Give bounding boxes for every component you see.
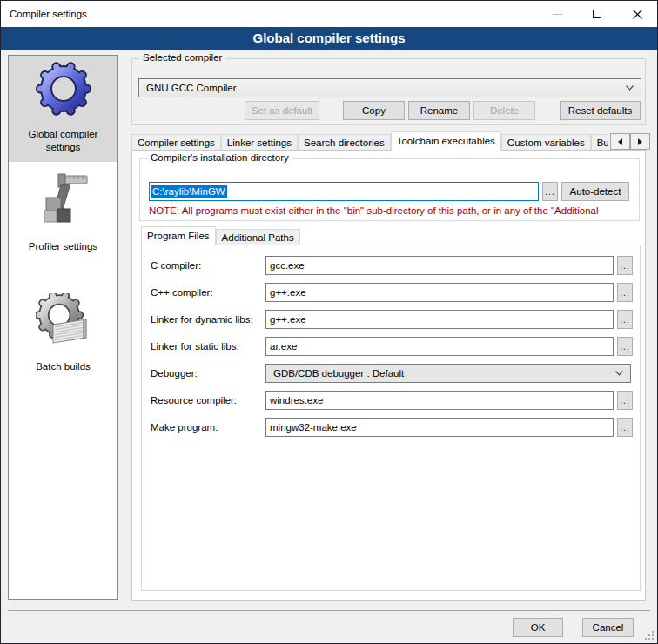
install-dir-browse-button[interactable]: ... (542, 182, 558, 201)
installation-directory-legend: Compiler's installation directory (147, 152, 292, 163)
reset-defaults-button[interactable]: Reset defaults (560, 101, 641, 120)
browse-button[interactable]: ... (617, 283, 633, 302)
browse-button[interactable]: ... (617, 418, 633, 437)
install-dir-input[interactable]: C:\raylib\MinGW (149, 182, 539, 201)
field-label: Make program: (151, 422, 265, 433)
close-button[interactable] (617, 1, 657, 27)
tab-toolchain-executables[interactable]: Toolchain executables (391, 131, 501, 151)
program-files-tab-strip: Program FilesAdditional Paths (141, 226, 628, 245)
field-label: Debugger: (151, 368, 265, 379)
settings-category-list: Global compiler settings Profiler settin… (8, 55, 118, 600)
browse-button[interactable]: ... (617, 310, 633, 329)
field-row-debugger: Debugger:GDB/CDB debugger : Default (151, 364, 640, 383)
compiler-settings-window: Compiler settings Global compiler settin… (0, 0, 658, 644)
settings-tab-strip: Compiler settingsLinker settingsSearch d… (131, 131, 608, 151)
field-row-linker-for-dynamic-libs: Linker for dynamic libs:g++.exe... (151, 310, 640, 329)
program-files-page: C compiler:gcc.exe...C++ compiler:g++.ex… (141, 245, 641, 591)
title-bar: Compiler settings (1, 1, 657, 27)
left-arrow-icon (618, 138, 622, 145)
right-arrow-icon (638, 138, 642, 145)
sidebar-item-label: Batch builds (11, 360, 115, 373)
gear-papers-icon (36, 293, 91, 349)
delete-button: Delete (473, 101, 535, 120)
field-row-make-program: Make program:mingw32-make.exe... (151, 418, 640, 437)
chevron-down-icon (626, 85, 634, 91)
tab-scrollers (610, 133, 650, 150)
toolchain-executables-page: Compiler's installation directory C:\ray… (131, 150, 646, 601)
dropdown-value: GDB/CDB debugger : Default (273, 368, 404, 379)
field-row-resource-compiler: Resource compiler:windres.exe... (151, 391, 640, 410)
c-compiler-input[interactable]: gcc.exe (265, 256, 614, 275)
maximize-button[interactable] (577, 1, 617, 27)
linker-for-static-libs-input[interactable]: ar.exe (265, 337, 614, 356)
input-value: mingw32-make.exe (270, 422, 357, 433)
dialog-header: Global compiler settings (1, 27, 657, 50)
compiler-actions: Set as defaultCopyRenameDeleteReset defa… (245, 101, 641, 120)
subtab-additional-paths[interactable]: Additional Paths (216, 229, 300, 245)
dialog-header-title: Global compiler settings (252, 30, 405, 45)
input-value: g++.exe (270, 314, 306, 325)
field-label: Resource compiler: (151, 395, 265, 406)
debugger-dropdown[interactable]: GDB/CDB debugger : Default (265, 364, 631, 383)
caliper-icon (36, 173, 91, 229)
bin-subdirectory-note: NOTE: All programs must exist either in … (149, 205, 637, 216)
auto-detect-button[interactable]: Auto-detect (561, 182, 629, 201)
copy-button[interactable]: Copy (343, 101, 405, 120)
input-value: ar.exe (270, 341, 297, 352)
footer-divider (8, 610, 650, 611)
selected-compiler-dropdown[interactable]: GNU GCC Compiler (138, 78, 641, 97)
field-label: Linker for dynamic libs: (151, 314, 265, 325)
installation-directory-group: Compiler's installation directory C:\ray… (139, 158, 640, 221)
browse-button[interactable]: ... (617, 391, 633, 410)
minimize-icon (553, 14, 562, 15)
install-dir-selected-text: C:\raylib\MinGW (151, 185, 227, 198)
set-as-default-button: Set as default (245, 101, 319, 120)
field-row-linker-for-static-libs: Linker for static libs:ar.exe... (151, 337, 640, 356)
make-program-input[interactable]: mingw32-make.exe (265, 418, 614, 437)
rename-button[interactable]: Rename (408, 101, 470, 120)
maximize-icon (593, 10, 601, 18)
sidebar-item-batch-builds[interactable]: Batch builds (9, 282, 118, 402)
cancel-button[interactable]: Cancel (582, 618, 634, 637)
field-label: C compiler: (151, 260, 265, 271)
minimize-button[interactable] (537, 1, 577, 27)
input-value: windres.exe (270, 395, 323, 406)
sidebar-item-label: Profiler settings (11, 240, 115, 253)
resize-grip-icon[interactable] (652, 638, 654, 640)
field-label: Linker for static libs: (151, 341, 265, 352)
tab-scroll-right-button[interactable] (630, 133, 650, 150)
tab-compiler-settings[interactable]: Compiler settings (131, 134, 221, 151)
browse-button[interactable]: ... (617, 337, 633, 356)
tab-search-directories[interactable]: Search directories (298, 134, 391, 151)
tab-custom-variables[interactable]: Custom variables (501, 134, 591, 151)
gear-icon (36, 61, 91, 117)
field-row-c-compiler: C compiler:gcc.exe... (151, 256, 640, 275)
sidebar-item-profiler-settings[interactable]: Profiler settings (9, 162, 118, 282)
subtab-program-files[interactable]: Program Files (141, 226, 216, 245)
tab-linker-settings[interactable]: Linker settings (221, 134, 298, 151)
field-row-c-compiler: C++ compiler:g++.exe... (151, 283, 640, 302)
input-value: g++.exe (270, 287, 306, 298)
selected-compiler-value: GNU GCC Compiler (146, 83, 237, 93)
field-label: C++ compiler: (151, 287, 265, 298)
sidebar-item-label: Global compiler settings (11, 128, 115, 154)
window-controls (537, 1, 657, 27)
selected-compiler-legend: Selected compiler (139, 52, 225, 63)
window-title: Compiler settings (10, 9, 87, 19)
dialog-body: Global compiler settings Profiler settin… (1, 50, 657, 643)
input-value: gcc.exe (270, 260, 305, 271)
browse-button[interactable]: ... (617, 256, 633, 275)
ok-button[interactable]: OK (513, 618, 563, 637)
tab-scroll-left-button[interactable] (610, 133, 630, 150)
close-icon (633, 10, 642, 19)
resource-compiler-input[interactable]: windres.exe (265, 391, 614, 410)
c-compiler-input[interactable]: g++.exe (265, 283, 614, 302)
sidebar-item-global-compiler-settings[interactable]: Global compiler settings (9, 56, 118, 162)
tab-build-options[interactable]: Build options (591, 134, 608, 151)
linker-for-dynamic-libs-input[interactable]: g++.exe (265, 310, 614, 329)
toolchain-fields: C compiler:gcc.exe...C++ compiler:g++.ex… (142, 245, 640, 437)
chevron-down-icon (615, 371, 623, 376)
